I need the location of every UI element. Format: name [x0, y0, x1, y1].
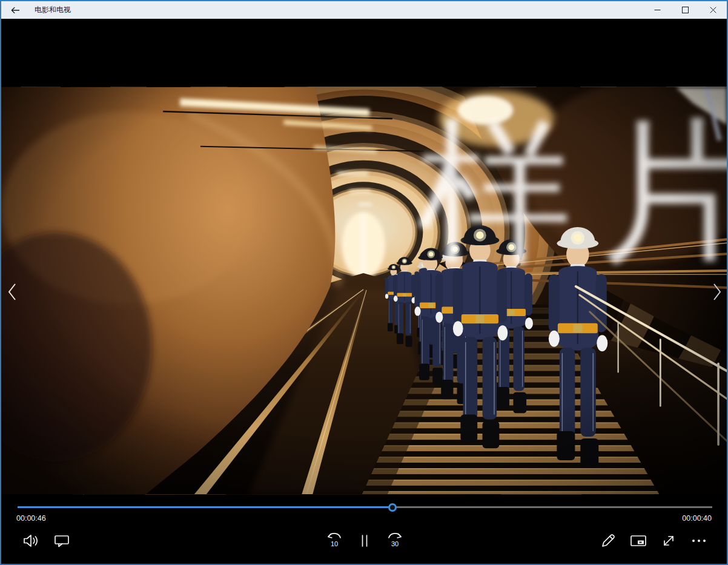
pencil-icon	[600, 533, 616, 549]
video-frame[interactable]: 样片	[1, 87, 727, 495]
volume-icon	[22, 534, 39, 548]
skip-forward-button[interactable]: 30	[382, 527, 408, 554]
close-button[interactable]	[699, 1, 727, 19]
video-scene: 样片	[1, 87, 727, 495]
captions-button[interactable]	[48, 527, 75, 554]
maximize-button[interactable]	[671, 1, 699, 19]
seek-bar[interactable]	[18, 506, 712, 508]
fullscreen-button[interactable]	[655, 527, 682, 554]
skip-back-button[interactable]: 10	[321, 527, 348, 554]
seek-progress	[18, 506, 392, 508]
skip-back-seconds: 10	[331, 540, 338, 547]
mini-player-icon	[630, 534, 647, 547]
previous-button[interactable]	[4, 280, 20, 304]
closed-captions-icon	[54, 534, 70, 548]
remaining-time: 00:00:40	[682, 514, 712, 523]
edit-button[interactable]	[595, 527, 621, 554]
back-button[interactable]	[1, 1, 29, 19]
skip-back-icon: 10	[325, 531, 343, 550]
minimize-button[interactable]	[643, 1, 671, 19]
movies-tv-window: 电影和电视	[0, 0, 728, 565]
time-row: 00:00:46 00:00:40	[16, 514, 712, 523]
chevron-right-icon	[712, 283, 722, 301]
more-options-button[interactable]	[686, 527, 712, 554]
skip-forward-seconds: 30	[391, 540, 399, 547]
mini-player-button[interactable]	[625, 527, 652, 554]
fullscreen-icon	[661, 533, 677, 549]
volume-button[interactable]	[18, 527, 44, 554]
elapsed-time: 00:00:46	[16, 514, 46, 523]
close-icon	[710, 7, 716, 13]
next-button[interactable]	[709, 280, 725, 304]
window-title: 电影和电视	[35, 5, 71, 15]
player-stage: 样片 00:00:46 00:00:40	[1, 19, 727, 564]
pause-button[interactable]	[351, 527, 378, 554]
ellipsis-icon	[691, 538, 707, 543]
arrow-left-icon	[11, 7, 20, 14]
pause-icon	[359, 534, 370, 548]
maximize-icon	[682, 7, 689, 13]
seek-thumb[interactable]	[388, 503, 397, 512]
skip-forward-icon: 30	[386, 531, 404, 550]
chevron-left-icon	[7, 283, 17, 301]
minimize-icon	[654, 7, 661, 13]
titlebar: 电影和电视	[1, 1, 727, 19]
